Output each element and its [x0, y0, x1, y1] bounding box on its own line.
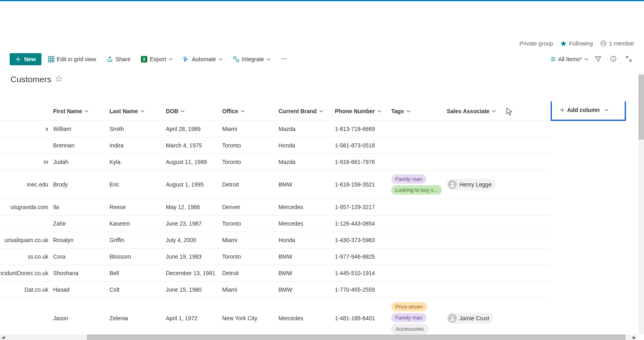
cell-first-name[interactable]: Shoshana	[53, 265, 109, 282]
cell-first-name[interactable]: Ila	[53, 199, 109, 216]
cell-sales-associate[interactable]: Henry Legge	[447, 170, 502, 199]
tag-pill[interactable]: Price driven	[391, 302, 427, 311]
cell-dob[interactable]: March 4, 1975	[166, 137, 222, 154]
cell-office[interactable]: Toronto	[222, 249, 279, 265]
sales-associate-chip[interactable]: Henry Legge	[447, 179, 495, 190]
edit-grid-button[interactable]: Edit in grid view	[44, 54, 100, 65]
sales-associate-chip[interactable]: Jamie Crust	[447, 313, 493, 324]
cell-sales-associate[interactable]	[447, 249, 502, 265]
cell-brand[interactable]: Honda	[279, 137, 335, 154]
cell-phone[interactable]: 1-977-946-8825	[335, 249, 391, 265]
export-button[interactable]: X Export	[137, 54, 176, 65]
cell-brand[interactable]: Mercedes	[279, 298, 335, 334]
cell-tags[interactable]	[391, 121, 447, 137]
cell-last-name[interactable]: Indira	[109, 137, 166, 154]
cell-office[interactable]: Detroit	[222, 265, 279, 282]
cell-sales-associate[interactable]: Jamie Crust	[447, 298, 502, 334]
view-selector[interactable]: All Items*	[550, 56, 588, 62]
cell-phone[interactable]: 1-916-661-7976	[335, 154, 391, 170]
cell-first-name[interactable]: Cora	[53, 249, 109, 265]
cell-sales-associate[interactable]	[447, 137, 502, 154]
cell-tags[interactable]	[391, 154, 447, 170]
share-button[interactable]: Share	[103, 54, 134, 65]
cell-office[interactable]: New York City	[222, 298, 279, 334]
expand-button[interactable]	[623, 54, 634, 65]
col-email[interactable]	[0, 102, 53, 121]
cell-email[interactable]: urisaliquam.co.uk	[0, 232, 53, 249]
cell-last-name[interactable]: Bell	[109, 265, 166, 282]
cell-email[interactable]: x	[0, 121, 53, 137]
col-current-brand[interactable]: Current Brand	[279, 102, 335, 121]
cell-last-name[interactable]: Eric	[109, 170, 166, 199]
cell-email[interactable]: uisgravida.com	[0, 199, 53, 216]
cell-brand[interactable]: Mazda	[279, 121, 335, 137]
cell-email[interactable]	[0, 137, 53, 154]
cell-brand[interactable]: Honda	[279, 232, 335, 249]
cell-first-name[interactable]: Brody	[53, 170, 109, 199]
cell-dob[interactable]: June 19, 1983	[166, 249, 222, 265]
cell-office[interactable]: Miami	[222, 232, 279, 249]
cell-office[interactable]: Denver	[222, 199, 279, 216]
col-dob[interactable]: DOB	[166, 102, 222, 121]
cell-brand[interactable]: BMW	[279, 265, 335, 282]
cell-email[interactable]: tinciduntDonec.co.uk	[0, 265, 53, 282]
cell-dob[interactable]: June 15, 1980	[166, 282, 222, 298]
cell-phone[interactable]: 1-581-873-0518	[335, 137, 391, 154]
new-button[interactable]: New	[10, 53, 41, 65]
cell-email[interactable]: Dat.co.uk	[0, 282, 53, 298]
cell-phone[interactable]: 1-770-455-2559	[335, 282, 391, 298]
members-button[interactable]: 1 member	[600, 40, 634, 47]
scroll-left-arrow[interactable]: ◀	[0, 335, 6, 340]
cell-phone[interactable]: 1-813-718-6669	[335, 121, 391, 137]
tag-pill[interactable]: Family man	[391, 174, 426, 184]
scrollbar-thumb[interactable]	[87, 335, 625, 340]
cell-sales-associate[interactable]	[447, 199, 502, 216]
tag-pill[interactable]: Family man	[391, 313, 426, 322]
col-phone[interactable]: Phone Number	[335, 102, 391, 121]
cell-office[interactable]: Detroit	[222, 170, 279, 199]
cell-office[interactable]: Miami	[222, 121, 279, 137]
cell-dob[interactable]: August 1, 1995	[166, 170, 222, 199]
col-office[interactable]: Office	[222, 102, 279, 121]
cell-first-name[interactable]: Jason	[53, 298, 109, 334]
cell-dob[interactable]: July 4, 2000	[166, 232, 222, 249]
cell-tags[interactable]	[391, 249, 447, 265]
more-actions-button[interactable]	[277, 53, 291, 66]
cell-last-name[interactable]: Griffin	[109, 232, 166, 249]
cell-brand[interactable]: Mazda	[279, 154, 335, 170]
cell-email[interactable]: m	[0, 154, 53, 170]
cell-brand[interactable]: Mercedes	[279, 199, 335, 216]
scrollbar-thumb[interactable]	[639, 75, 644, 139]
cell-sales-associate[interactable]	[447, 216, 502, 232]
cell-sales-associate[interactable]	[447, 121, 502, 137]
cell-phone[interactable]: 1-445-510-1914	[335, 265, 391, 282]
vertical-scrollbar[interactable]	[638, 73, 644, 334]
cell-phone[interactable]: 1-618-159-3521	[335, 170, 391, 199]
scroll-right-arrow[interactable]: ▶	[631, 335, 638, 340]
cell-dob[interactable]: December 13, 1981	[166, 265, 222, 282]
tag-pill[interactable]: Looking to buy s...	[391, 185, 442, 195]
tag-pill[interactable]: Accessories	[391, 324, 428, 334]
cell-email[interactable]: inec.edu	[0, 170, 53, 199]
add-column-button[interactable]: Add column	[551, 102, 626, 121]
cell-phone[interactable]: 1-126-443-0854	[335, 216, 391, 232]
cell-phone[interactable]: 1-430-373-5983	[335, 232, 391, 249]
cell-email[interactable]: ss.co.uk	[0, 249, 53, 265]
cell-tags[interactable]	[391, 232, 447, 249]
info-button[interactable]	[608, 54, 619, 65]
cell-first-name[interactable]: William	[53, 121, 109, 137]
cell-office[interactable]: Toronto	[222, 137, 279, 154]
cell-dob[interactable]: August 11, 1989	[166, 154, 222, 170]
cell-brand[interactable]: BMW	[279, 170, 335, 199]
cell-phone[interactable]: 1-957-129-3217	[335, 199, 391, 216]
cell-dob[interactable]: May 12, 1986	[166, 199, 222, 216]
cell-last-name[interactable]: Kaseem	[109, 216, 166, 232]
cell-dob[interactable]: April 28, 1989	[166, 121, 222, 137]
cell-tags[interactable]: Price drivenFamily manAccessories	[391, 298, 447, 334]
cell-email[interactable]	[0, 216, 53, 232]
cell-last-name[interactable]: Reese	[109, 199, 166, 216]
col-sales-associate[interactable]: Sales Associate	[447, 102, 502, 121]
cell-tags[interactable]	[391, 265, 447, 282]
col-tags[interactable]: Tags	[391, 102, 447, 121]
favorite-toggle[interactable]	[56, 75, 62, 83]
